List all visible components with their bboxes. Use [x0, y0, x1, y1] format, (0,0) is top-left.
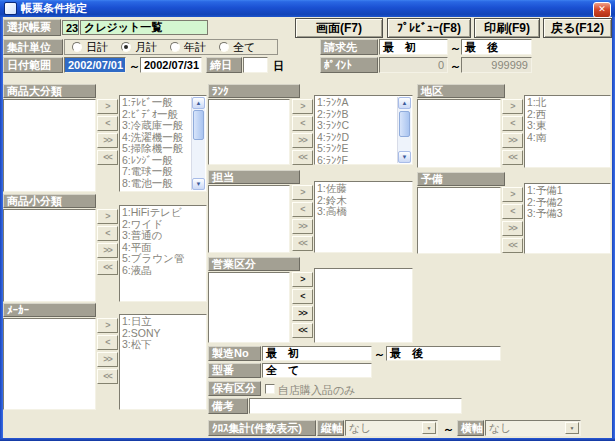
add-all-button[interactable]: >> — [97, 133, 118, 148]
list-item[interactable]: 5:ﾗﾝｸE — [317, 143, 398, 155]
date-from-field[interactable]: 2002/07/01 — [64, 57, 126, 73]
list-item[interactable]: 6:ﾗﾝｸF — [317, 155, 398, 166]
add-button[interactable]: > — [292, 185, 313, 200]
preview-button[interactable]: ﾌﾟﾚﾋﾞｭｰ(F8) — [387, 18, 471, 38]
remove-button[interactable]: < — [292, 202, 313, 217]
list-item[interactable]: 3:松下 — [122, 339, 206, 351]
remove-button[interactable]: < — [97, 335, 118, 350]
remove-button[interactable]: < — [292, 116, 313, 131]
reserve-selected-list[interactable] — [417, 187, 501, 254]
radio-yearly[interactable]: 年計 — [170, 40, 206, 55]
billing-from-field[interactable]: 最 初 — [379, 39, 448, 55]
list-item[interactable]: 1:予備1 — [527, 185, 610, 197]
radio-monthly[interactable]: 月計 — [121, 40, 157, 55]
combo-arrow-icon[interactable]: ▼ — [565, 422, 579, 434]
points-from-field[interactable]: 0 — [379, 57, 448, 73]
list-item[interactable]: 7:電球一般 — [122, 166, 192, 178]
date-to-field[interactable]: 2002/07/31 — [140, 57, 202, 73]
serial-from-field[interactable]: 最 初 — [262, 346, 372, 361]
remove-all-button[interactable]: << — [97, 369, 118, 384]
list-item[interactable]: 1:日立 — [122, 316, 206, 328]
list-item[interactable]: 3:ﾗﾝｸC — [317, 120, 398, 132]
add-button[interactable]: > — [97, 318, 118, 333]
closing-day-field[interactable] — [243, 57, 268, 73]
rank-source-list[interactable]: ▲ ▼ 1:ﾗﾝｸA2:ﾗﾝｸB3:ﾗﾝｸC4:ﾗﾝｸD5:ﾗﾝｸE6:ﾗﾝｸF — [314, 95, 413, 165]
scroll-up-icon[interactable]: ▲ — [192, 97, 205, 109]
add-all-button[interactable]: >> — [292, 306, 313, 321]
list-item[interactable]: 8:電池一般 — [122, 178, 192, 190]
add-button[interactable]: > — [97, 209, 118, 224]
remove-button[interactable]: < — [502, 116, 523, 131]
add-button[interactable]: > — [292, 99, 313, 114]
add-all-button[interactable]: >> — [97, 352, 118, 367]
radio-daily[interactable]: 日計 — [72, 40, 108, 55]
scroll-up-icon[interactable]: ▲ — [398, 97, 411, 109]
remove-all-button[interactable]: << — [292, 323, 313, 338]
rank-selected-list[interactable] — [208, 99, 290, 165]
screen-button[interactable]: 画面(F7) — [295, 18, 383, 38]
district-selected-list[interactable] — [417, 99, 501, 168]
add-all-button[interactable]: >> — [292, 219, 313, 234]
add-button[interactable]: > — [97, 99, 118, 114]
scrollbar[interactable]: ▲ ▼ — [191, 97, 205, 190]
own-store-checkbox[interactable] — [265, 384, 275, 394]
product-major-source-list[interactable]: ▲ ▼ 1:ﾃﾚﾋﾞ一般2:ﾋﾞﾃﾞｵ一般3:冷蔵庫一般4:洗濯機一般5:掃除機… — [119, 95, 207, 192]
close-icon[interactable]: ✕ — [593, 2, 611, 18]
scrollbar[interactable]: ▲ ▼ — [397, 97, 411, 163]
list-item[interactable]: 1:佐藤 — [317, 183, 412, 195]
scroll-down-icon[interactable]: ▼ — [398, 151, 411, 163]
radio-all[interactable]: 全て — [219, 40, 255, 55]
remarks-field[interactable] — [249, 398, 462, 414]
scroll-thumb[interactable] — [193, 110, 204, 140]
remove-button[interactable]: < — [97, 116, 118, 131]
list-item[interactable]: 3:冷蔵庫一般 — [122, 120, 192, 132]
product-minor-source-list[interactable]: 1:HiFiテレビ2:ワイド3:普通の4:平面5:ブラウン管6:液晶 — [119, 205, 207, 302]
points-to-field[interactable]: 999999 — [461, 57, 532, 73]
back-button[interactable]: 戻る(F12) — [543, 18, 612, 38]
list-item[interactable]: 3:普通の — [122, 230, 206, 242]
list-item[interactable]: 3:予備3 — [527, 208, 610, 220]
list-item[interactable]: 1:北 — [527, 97, 610, 109]
remove-all-button[interactable]: << — [292, 150, 313, 165]
horizontal-axis-combo[interactable]: なし ▼ — [485, 420, 581, 436]
remove-all-button[interactable]: << — [502, 238, 523, 253]
list-item[interactable]: 1:ﾗﾝｸA — [317, 97, 398, 109]
maker-source-list[interactable]: 1:日立2:SONY3:松下 — [119, 314, 207, 410]
serial-to-field[interactable]: 最 後 — [386, 346, 501, 361]
scroll-thumb[interactable] — [399, 111, 410, 137]
list-item[interactable]: 1:HiFiテレビ — [122, 207, 206, 219]
add-all-button[interactable]: >> — [97, 243, 118, 258]
remove-all-button[interactable]: << — [97, 260, 118, 275]
list-item[interactable]: 5:掃除機一般 — [122, 143, 192, 155]
remove-all-button[interactable]: << — [502, 150, 523, 165]
sales-division-selected-list[interactable] — [208, 272, 290, 343]
titlebar[interactable]: 帳票条件指定 — [0, 0, 615, 17]
add-all-button[interactable]: >> — [502, 133, 523, 148]
sales-division-source-list[interactable] — [314, 268, 413, 343]
reserve-source-list[interactable]: 1:予備12:予備23:予備3 — [524, 183, 611, 254]
add-button[interactable]: > — [502, 99, 523, 114]
remove-button[interactable]: < — [502, 204, 523, 219]
product-minor-selected-list[interactable] — [3, 209, 96, 302]
scroll-down-icon[interactable]: ▼ — [192, 178, 205, 190]
product-major-selected-list[interactable] — [3, 99, 96, 192]
model-field[interactable]: 全 て — [262, 363, 372, 378]
list-item[interactable]: 3:東 — [527, 120, 610, 132]
list-item[interactable]: 6:液晶 — [122, 265, 206, 277]
vertical-axis-combo[interactable]: なし ▼ — [345, 420, 438, 436]
add-all-button[interactable]: >> — [502, 221, 523, 236]
remove-button[interactable]: < — [292, 289, 313, 304]
billing-to-field[interactable]: 最 後 — [461, 39, 532, 55]
maker-selected-list[interactable] — [3, 318, 96, 410]
district-source-list[interactable]: 1:北2:西3:東4:南 — [524, 95, 611, 168]
remove-all-button[interactable]: << — [292, 236, 313, 251]
list-item[interactable]: 1:ﾃﾚﾋﾞ一般 — [122, 97, 192, 109]
add-button[interactable]: > — [502, 187, 523, 202]
print-button[interactable]: 印刷(F9) — [474, 18, 540, 38]
list-item[interactable]: 3:高橋 — [317, 206, 412, 218]
report-no-field[interactable]: 23 — [62, 20, 79, 35]
add-button[interactable]: > — [292, 272, 313, 287]
combo-arrow-icon[interactable]: ▼ — [422, 422, 436, 434]
add-all-button[interactable]: >> — [292, 133, 313, 148]
remove-all-button[interactable]: << — [97, 150, 118, 165]
